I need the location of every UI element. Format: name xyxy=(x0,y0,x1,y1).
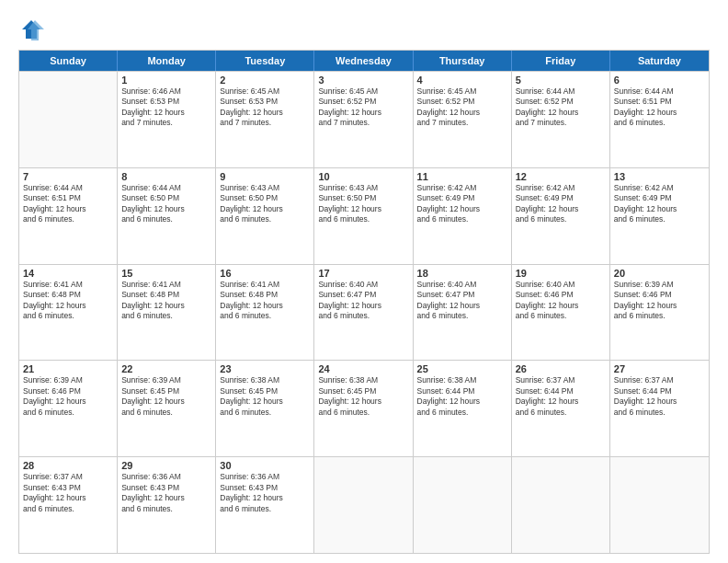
cell-line: Daylight: 12 hours xyxy=(417,301,507,311)
cell-line: Sunset: 6:48 PM xyxy=(220,290,310,300)
calendar-cell: 3Sunrise: 6:45 AMSunset: 6:52 PMDaylight… xyxy=(314,72,413,167)
header xyxy=(18,17,710,42)
cell-line: and 6 minutes. xyxy=(23,214,113,224)
cell-line: Sunrise: 6:45 AM xyxy=(417,86,507,97)
cell-line: Sunset: 6:43 PM xyxy=(220,483,310,493)
cell-line: Sunrise: 6:41 AM xyxy=(121,280,211,290)
cell-line: Daylight: 12 hours xyxy=(417,396,507,407)
calendar-row-2: 14Sunrise: 6:41 AMSunset: 6:48 PMDayligh… xyxy=(19,264,709,361)
cell-line: Sunset: 6:52 PM xyxy=(516,97,606,107)
header-day-monday: Monday xyxy=(118,51,216,71)
calendar-header: SundayMondayTuesdayWednesdayThursdayFrid… xyxy=(19,51,709,71)
cell-line: Daylight: 12 hours xyxy=(516,204,606,214)
cell-line: Sunset: 6:46 PM xyxy=(614,290,705,300)
calendar-cell: 26Sunrise: 6:37 AMSunset: 6:44 PMDayligh… xyxy=(512,361,610,456)
calendar-cell: 20Sunrise: 6:39 AMSunset: 6:46 PMDayligh… xyxy=(610,265,709,361)
cell-line: and 6 minutes. xyxy=(516,214,606,224)
cell-line: and 6 minutes. xyxy=(318,214,408,224)
cell-line: Daylight: 12 hours xyxy=(318,301,408,311)
cell-line: and 6 minutes. xyxy=(121,408,211,418)
calendar-cell: 13Sunrise: 6:42 AMSunset: 6:49 PMDayligh… xyxy=(610,168,709,264)
cell-line: Sunset: 6:48 PM xyxy=(121,290,211,300)
cell-line: Daylight: 12 hours xyxy=(220,301,310,311)
cell-line: and 6 minutes. xyxy=(220,311,310,321)
cell-line: Daylight: 12 hours xyxy=(318,396,408,407)
calendar-cell: 9Sunrise: 6:43 AMSunset: 6:50 PMDaylight… xyxy=(216,168,314,264)
cell-line: Daylight: 12 hours xyxy=(23,396,113,407)
cell-line: Sunrise: 6:40 AM xyxy=(417,280,507,290)
calendar-cell: 2Sunrise: 6:45 AMSunset: 6:53 PMDaylight… xyxy=(216,72,314,167)
day-number: 28 xyxy=(23,460,113,471)
cell-line: and 6 minutes. xyxy=(614,311,705,321)
cell-line: Daylight: 12 hours xyxy=(220,108,310,118)
day-number: 22 xyxy=(121,363,211,374)
cell-line: and 7 minutes. xyxy=(516,118,606,128)
cell-line: Sunrise: 6:42 AM xyxy=(417,183,507,193)
cell-line: Sunrise: 6:41 AM xyxy=(220,280,310,290)
cell-line: Daylight: 12 hours xyxy=(614,301,705,311)
calendar-row-0: 1Sunrise: 6:46 AMSunset: 6:53 PMDaylight… xyxy=(19,71,709,167)
day-number: 18 xyxy=(417,268,507,279)
calendar: SundayMondayTuesdayWednesdayThursdayFrid… xyxy=(18,50,710,554)
day-number: 5 xyxy=(516,75,606,86)
logo xyxy=(18,17,46,42)
cell-line: Sunset: 6:50 PM xyxy=(220,193,310,203)
day-number: 12 xyxy=(516,171,606,182)
cell-line: Daylight: 12 hours xyxy=(318,108,408,118)
calendar-cell: 25Sunrise: 6:38 AMSunset: 6:44 PMDayligh… xyxy=(414,361,512,456)
calendar-cell xyxy=(314,457,413,553)
cell-line: Sunrise: 6:39 AM xyxy=(614,280,705,290)
cell-line: Sunset: 6:50 PM xyxy=(121,193,211,203)
page: SundayMondayTuesdayWednesdayThursdayFrid… xyxy=(0,0,728,563)
cell-line: and 6 minutes. xyxy=(417,408,507,418)
day-number: 17 xyxy=(318,268,408,279)
cell-line: Daylight: 12 hours xyxy=(121,108,211,118)
calendar-row-1: 7Sunrise: 6:44 AMSunset: 6:51 PMDaylight… xyxy=(19,167,709,264)
calendar-cell: 11Sunrise: 6:42 AMSunset: 6:49 PMDayligh… xyxy=(414,168,512,264)
day-number: 16 xyxy=(220,268,310,279)
cell-line: Sunrise: 6:39 AM xyxy=(23,375,113,385)
cell-line: Sunrise: 6:40 AM xyxy=(516,280,606,290)
day-number: 23 xyxy=(220,363,310,374)
calendar-cell: 23Sunrise: 6:38 AMSunset: 6:45 PMDayligh… xyxy=(216,361,314,456)
day-number: 2 xyxy=(220,75,310,86)
calendar-cell: 30Sunrise: 6:36 AMSunset: 6:43 PMDayligh… xyxy=(216,457,314,553)
cell-line: and 6 minutes. xyxy=(516,311,606,321)
cell-line: and 6 minutes. xyxy=(614,214,705,224)
cell-line: Daylight: 12 hours xyxy=(121,396,211,407)
cell-line: Sunrise: 6:40 AM xyxy=(318,280,408,290)
day-number: 27 xyxy=(614,363,705,374)
cell-line: and 6 minutes. xyxy=(220,504,310,514)
cell-line: Sunrise: 6:44 AM xyxy=(614,86,705,97)
calendar-cell: 10Sunrise: 6:43 AMSunset: 6:50 PMDayligh… xyxy=(314,168,413,264)
cell-line: Daylight: 12 hours xyxy=(220,204,310,214)
day-number: 8 xyxy=(121,171,211,182)
cell-line: and 6 minutes. xyxy=(220,408,310,418)
day-number: 26 xyxy=(516,363,606,374)
cell-line: and 6 minutes. xyxy=(318,408,408,418)
cell-line: Daylight: 12 hours xyxy=(23,301,113,311)
day-number: 14 xyxy=(23,268,113,279)
calendar-cell: 27Sunrise: 6:37 AMSunset: 6:44 PMDayligh… xyxy=(610,361,709,456)
cell-line: and 7 minutes. xyxy=(417,118,507,128)
day-number: 1 xyxy=(121,75,211,86)
day-number: 10 xyxy=(318,171,408,182)
header-day-saturday: Saturday xyxy=(610,51,709,71)
cell-line: Sunrise: 6:42 AM xyxy=(516,183,606,193)
cell-line: Sunset: 6:44 PM xyxy=(516,386,606,396)
cell-line: Sunset: 6:51 PM xyxy=(614,97,705,107)
day-number: 11 xyxy=(417,171,507,182)
cell-line: Sunset: 6:49 PM xyxy=(614,193,705,203)
cell-line: Sunrise: 6:36 AM xyxy=(121,472,211,482)
cell-line: Sunset: 6:48 PM xyxy=(23,290,113,300)
day-number: 7 xyxy=(23,171,113,182)
cell-line: and 6 minutes. xyxy=(614,408,705,418)
cell-line: Sunset: 6:45 PM xyxy=(220,386,310,396)
cell-line: and 6 minutes. xyxy=(23,504,113,514)
header-day-tuesday: Tuesday xyxy=(216,51,314,71)
cell-line: Daylight: 12 hours xyxy=(417,204,507,214)
cell-line: Sunset: 6:47 PM xyxy=(318,290,408,300)
calendar-cell: 4Sunrise: 6:45 AMSunset: 6:52 PMDaylight… xyxy=(414,72,512,167)
calendar-cell: 14Sunrise: 6:41 AMSunset: 6:48 PMDayligh… xyxy=(19,265,118,361)
day-number: 9 xyxy=(220,171,310,182)
